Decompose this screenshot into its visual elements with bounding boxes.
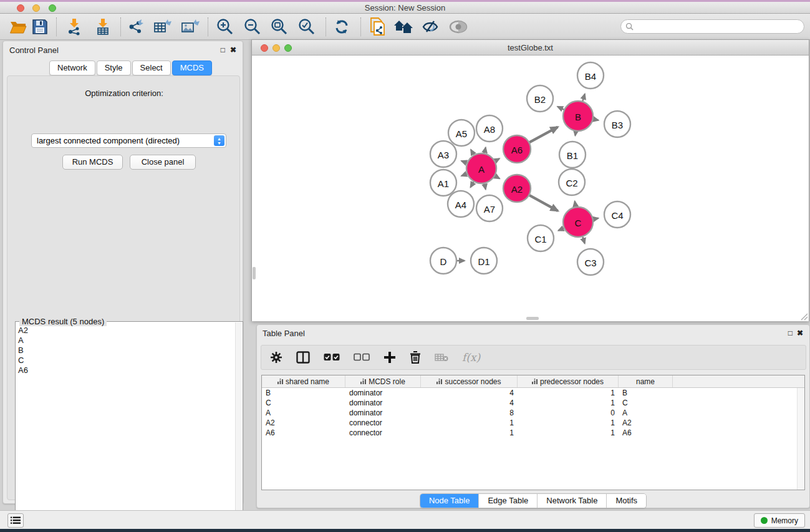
column-header-successor-nodes[interactable]: successor nodes bbox=[421, 375, 518, 387]
edge-A-A5[interactable] bbox=[471, 150, 474, 155]
node-C[interactable]: C bbox=[563, 207, 593, 237]
mcds-result-item[interactable]: A2 bbox=[18, 326, 28, 336]
add-column-icon[interactable] bbox=[383, 351, 396, 364]
close-panel-button[interactable]: Close panel bbox=[130, 155, 196, 170]
tab-node-table[interactable]: Node Table bbox=[420, 494, 480, 508]
export-network-icon[interactable] bbox=[125, 16, 147, 37]
node-table-scrollbar[interactable] bbox=[797, 388, 804, 490]
table-row[interactable]: A2connector11A2 bbox=[262, 418, 804, 428]
tab-edge-table[interactable]: Edge Table bbox=[479, 494, 538, 508]
tab-select[interactable]: Select bbox=[132, 60, 171, 75]
node-A6[interactable]: A6 bbox=[503, 135, 531, 163]
node-C4[interactable]: C4 bbox=[604, 201, 630, 228]
hide-details-icon[interactable] bbox=[420, 16, 441, 37]
delete-column-icon[interactable] bbox=[410, 351, 421, 364]
node-A5[interactable]: A5 bbox=[448, 120, 475, 146]
node-table[interactable]: shared nameMCDS rolesuccessor nodesprede… bbox=[261, 375, 805, 490]
mcds-result-item[interactable]: C bbox=[18, 355, 28, 365]
node-B2[interactable]: B2 bbox=[527, 85, 553, 112]
edge-B-B3[interactable] bbox=[593, 119, 598, 120]
edge-A-A3[interactable] bbox=[461, 161, 467, 163]
node-A4[interactable]: A4 bbox=[448, 191, 474, 217]
tab-mcds[interactable]: MCDS bbox=[172, 60, 212, 75]
network-close-button[interactable] bbox=[261, 44, 268, 52]
deselect-all-checkboxes-icon[interactable] bbox=[354, 353, 370, 362]
zoom-window-button[interactable] bbox=[49, 4, 56, 12]
node-C1[interactable]: C1 bbox=[528, 225, 554, 251]
network-minimize-button[interactable] bbox=[272, 44, 280, 52]
zoom-selected-icon[interactable] bbox=[296, 16, 317, 37]
column-header-MCDS-role[interactable]: MCDS role bbox=[345, 375, 421, 387]
tab-motifs[interactable]: Motifs bbox=[607, 494, 646, 508]
criterion-dropdown[interactable]: largest connected component (directed) ▲… bbox=[31, 133, 226, 148]
mcds-result-item[interactable]: B bbox=[18, 346, 28, 355]
zoom-in-icon[interactable] bbox=[215, 16, 236, 37]
mcds-result-list[interactable]: A2ABCA6 bbox=[18, 326, 28, 375]
node-B3[interactable]: B3 bbox=[604, 111, 630, 137]
edge-B-B4[interactable] bbox=[582, 94, 585, 101]
task-history-button[interactable] bbox=[7, 513, 24, 528]
open-file-icon[interactable] bbox=[7, 16, 29, 37]
edge-A-A4[interactable] bbox=[471, 182, 474, 188]
column-header-predecessor-nodes[interactable]: predecessor nodes bbox=[518, 375, 619, 387]
home-icon[interactable] bbox=[393, 16, 414, 37]
table-row[interactable]: Adominator80A bbox=[262, 408, 804, 418]
node-A[interactable]: A bbox=[466, 153, 496, 183]
split-columns-icon[interactable] bbox=[296, 351, 310, 364]
edge-B-B1[interactable] bbox=[575, 132, 576, 136]
node-B4[interactable]: B4 bbox=[577, 62, 604, 89]
edge-B-B2[interactable] bbox=[557, 107, 564, 110]
run-mcds-button[interactable]: Run MCDS bbox=[62, 155, 123, 170]
network-zoom-button[interactable] bbox=[284, 44, 292, 52]
minimize-window-button[interactable] bbox=[32, 4, 40, 12]
table-row[interactable]: Cdominator41C bbox=[262, 398, 804, 408]
edge-A-A6[interactable] bbox=[495, 158, 499, 161]
node-C2[interactable]: C2 bbox=[559, 169, 585, 195]
edge-C-C1[interactable] bbox=[558, 228, 564, 231]
edge-A-A7[interactable] bbox=[485, 183, 486, 189]
table-row[interactable]: Bdominator41B bbox=[262, 388, 804, 398]
mcds-result-item[interactable]: A6 bbox=[18, 365, 28, 375]
resize-grip[interactable] bbox=[800, 312, 808, 320]
mcds-result-item[interactable]: A bbox=[18, 336, 28, 346]
edge-A-A8[interactable] bbox=[485, 147, 486, 153]
vertical-scrollbar-nub[interactable] bbox=[253, 267, 256, 279]
export-image-icon[interactable] bbox=[180, 16, 201, 37]
zoom-out-icon[interactable] bbox=[242, 16, 263, 37]
show-details-icon[interactable] bbox=[448, 16, 469, 37]
node-A7[interactable]: A7 bbox=[476, 195, 503, 221]
edge-A-A1[interactable] bbox=[461, 174, 467, 176]
refresh-icon[interactable] bbox=[331, 16, 352, 37]
table-row[interactable]: A6connector11A6 bbox=[262, 428, 804, 438]
table-options-gear-icon[interactable] bbox=[270, 351, 282, 364]
edge-C-C4[interactable] bbox=[594, 218, 599, 220]
edge-A-A2[interactable] bbox=[495, 176, 499, 178]
node-A2[interactable]: A2 bbox=[503, 175, 531, 202]
save-session-icon[interactable] bbox=[29, 16, 51, 37]
import-table-icon[interactable] bbox=[93, 16, 114, 37]
column-header-shared-name[interactable]: shared name bbox=[262, 375, 345, 387]
tab-network[interactable]: Network bbox=[49, 60, 95, 75]
mcds-result-scrollbar[interactable] bbox=[235, 322, 242, 532]
zoom-fit-icon[interactable] bbox=[269, 16, 290, 37]
edge-C-C2[interactable] bbox=[575, 201, 576, 207]
node-A1[interactable]: A1 bbox=[430, 170, 456, 196]
tab-network-table[interactable]: Network Table bbox=[538, 494, 607, 508]
node-B[interactable]: B bbox=[563, 101, 593, 131]
close-window-button[interactable] bbox=[17, 4, 24, 12]
node-D[interactable]: D bbox=[430, 248, 456, 274]
node-B1[interactable]: B1 bbox=[559, 142, 586, 168]
import-network-icon[interactable] bbox=[64, 16, 85, 37]
table-close-panel-icon[interactable]: ✖ bbox=[797, 329, 803, 337]
edge-A2-C[interactable] bbox=[529, 195, 557, 211]
tab-style[interactable]: Style bbox=[97, 60, 131, 75]
network-graph[interactable]: B4B2BB3A5A8A6B1A3AC2A1A2A4A7CC4C1C3DD1 bbox=[252, 56, 809, 321]
horizontal-scrollbar-nub[interactable] bbox=[526, 317, 539, 320]
node-A8[interactable]: A8 bbox=[476, 115, 503, 142]
node-D1[interactable]: D1 bbox=[471, 248, 497, 274]
search-input[interactable] bbox=[634, 22, 789, 31]
select-all-checkboxes-icon[interactable] bbox=[324, 353, 340, 362]
memory-button[interactable]: Memory bbox=[754, 513, 805, 528]
edge-C-C3[interactable] bbox=[582, 237, 584, 244]
close-panel-icon[interactable]: ✖ bbox=[230, 46, 236, 54]
